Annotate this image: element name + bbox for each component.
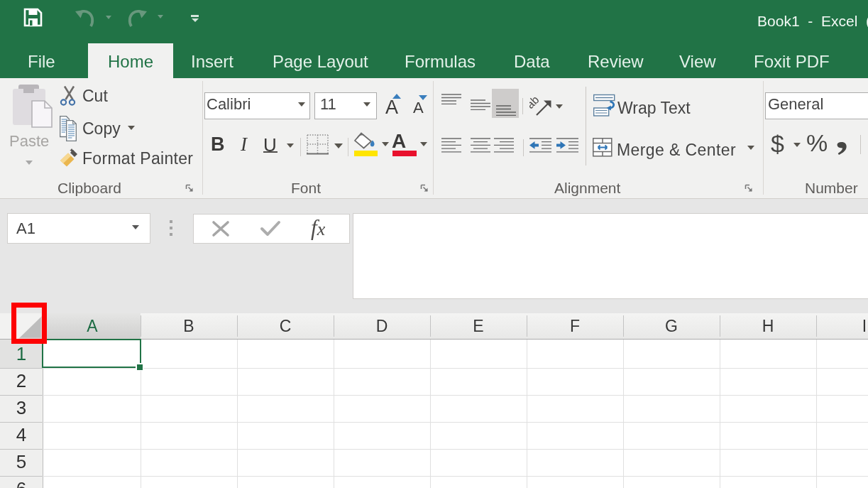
svg-text:ab: ab (529, 94, 542, 111)
